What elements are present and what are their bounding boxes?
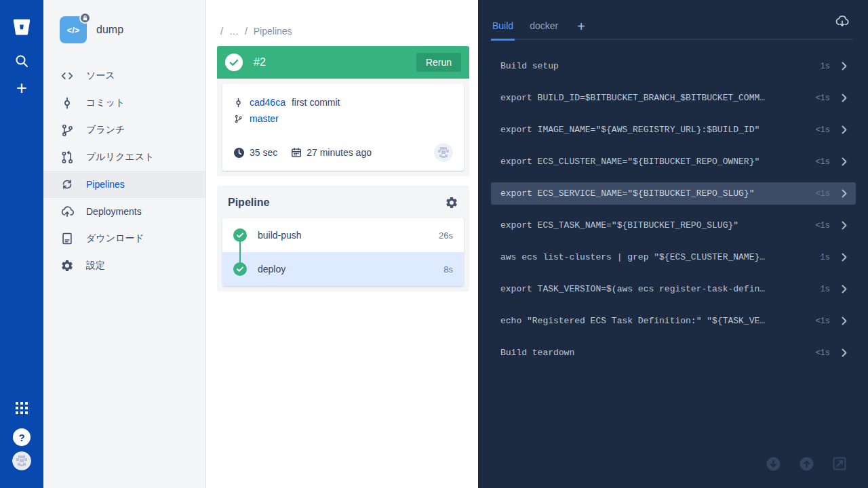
log-row[interactable]: export BUILD_ID=$BITBUCKET_BRANCH_$BITBU… (491, 87, 856, 109)
sidebar-item-label: Deployments (86, 206, 142, 217)
build-meta-footer: 35 sec 27 minutes ago (233, 143, 453, 162)
chevron-right-icon (842, 221, 847, 230)
log-command: export ECS_SERVICE_NAME="${BITBUCKET_REP… (500, 188, 754, 199)
branch-icon (233, 114, 243, 124)
build-time-ago: 27 minutes ago (307, 147, 372, 158)
repo-avatar-glyph: </> (67, 25, 80, 35)
user-avatar[interactable] (12, 451, 31, 470)
commit-line: cad46ca first commit (233, 94, 453, 110)
breadcrumb-current[interactable]: Pipelines (254, 26, 292, 37)
chevron-right-icon (842, 285, 847, 293)
clock-icon (233, 147, 245, 159)
sidebar-item-pipelines[interactable]: Pipelines (43, 171, 205, 198)
bitbucket-pipelines-app: + ? (0, 0, 868, 488)
chevron-right-icon (842, 125, 847, 134)
log-row[interactable]: Build teardown <1s (491, 342, 856, 364)
log-row[interactable]: echo "Registered ECS Task Definition:" "… (491, 310, 856, 332)
log-row[interactable]: Build setup 1s (491, 55, 856, 77)
gear-icon (60, 258, 75, 273)
code-icon (60, 68, 75, 83)
log-command: export TASK_VERSION=$(aws ecs register-t… (500, 284, 765, 294)
breadcrumb-ellipsis[interactable]: … (229, 26, 239, 37)
sidebar-item-label: ダウンロード (86, 232, 144, 245)
breadcrumb: / … / Pipelines (220, 26, 292, 37)
sidebar-item-commits[interactable]: コミット (43, 89, 205, 117)
rerun-button[interactable]: Rerun (416, 53, 461, 72)
log-row-highlighted[interactable]: export ECS_SERVICE_NAME="${BITBUCKET_REP… (491, 182, 856, 205)
log-duration: <1s (808, 348, 830, 358)
repo-name: dump (96, 24, 123, 36)
repo-avatar[interactable]: </> (60, 16, 87, 43)
breadcrumb-separator: / (220, 26, 223, 37)
deployments-icon (60, 204, 75, 219)
breadcrumb-separator: / (245, 26, 248, 37)
pipeline-steps-list: build-push 26s deploy 8s (222, 218, 464, 286)
log-duration: <1s (808, 157, 830, 167)
create-icon[interactable]: + (0, 75, 43, 102)
pipeline-steps-card: Pipeline build-push (217, 186, 469, 291)
app-switcher-icon[interactable] (0, 394, 43, 422)
commit-hash-link[interactable]: cad46ca (250, 97, 285, 108)
log-row[interactable]: export TASK_VERSION=$(aws ecs register-t… (491, 278, 856, 300)
step-duration: 26s (439, 230, 453, 241)
scroll-to-top-icon[interactable] (800, 457, 814, 471)
log-duration: <1s (808, 221, 830, 230)
sidebar-item-label: コミット (86, 97, 125, 109)
build-summary-body: cad46ca first commit master (217, 79, 469, 176)
download-log-cloud-icon[interactable] (834, 14, 850, 30)
document-icon (60, 231, 75, 246)
step-connector-line (239, 241, 241, 263)
log-row[interactable]: export IMAGE_NAME="${AWS_REGISTRY_URL}:$… (491, 119, 856, 141)
sidebar-item-deployments[interactable]: Deployments (43, 198, 205, 225)
sidebar-item-label: ブランチ (86, 124, 125, 136)
help-icon[interactable]: ? (13, 428, 31, 446)
log-tabbar: Build docker + (491, 20, 852, 40)
pipeline-settings-gear-icon[interactable] (445, 196, 458, 209)
sidebar-item-label: プルリクエスト (86, 151, 154, 163)
step-success-icon (233, 228, 247, 242)
sidebar-item-downloads[interactable]: ダウンロード (43, 225, 205, 252)
add-tab-icon[interactable]: + (577, 20, 585, 39)
build-number: #2 (254, 56, 266, 68)
sidebar-item-pull-requests[interactable]: プルリクエスト (43, 144, 205, 171)
sidebar-item-source[interactable]: ソース (43, 62, 205, 89)
step-duration: 8s (443, 264, 453, 274)
log-duration: <1s (808, 317, 830, 326)
chevron-right-icon (842, 94, 847, 102)
branch-icon (60, 123, 75, 138)
sidebar-item-branches[interactable]: ブランチ (43, 117, 205, 144)
log-duration: <1s (808, 94, 830, 103)
sidebar-item-label: Pipelines (86, 179, 125, 190)
build-duration: 35 sec (250, 147, 277, 158)
step-row-build-push[interactable]: build-push 26s (222, 218, 464, 252)
log-row[interactable]: aws ecs list-clusters | grep "${ECS_CLUS… (491, 246, 856, 268)
scroll-to-bottom-icon[interactable] (766, 457, 781, 471)
repo-nav: ソース コミット ブランチ (43, 62, 205, 279)
search-icon[interactable] (0, 47, 43, 75)
pipeline-steps-title: Pipeline (228, 197, 269, 209)
branch-link[interactable]: master (250, 113, 279, 124)
build-summary-box: cad46ca first commit master (222, 84, 464, 171)
chevron-right-icon (842, 348, 847, 357)
bitbucket-logo[interactable] (11, 16, 33, 38)
tab-build[interactable]: Build (491, 20, 515, 41)
log-command: Build teardown (500, 348, 574, 358)
pipeline-column: / … / Pipelines #2 Rerun (206, 0, 478, 488)
log-command: export BUILD_ID=$BITBUCKET_BRANCH_$BITBU… (500, 93, 765, 103)
pipeline-steps-header: Pipeline (222, 186, 464, 218)
chevron-right-icon (842, 317, 847, 325)
global-nav: + ? (0, 0, 43, 488)
log-command: aws ecs list-clusters | grep "${ECS_CLUS… (500, 252, 765, 262)
build-author-avatar[interactable] (434, 143, 453, 162)
sidebar-item-settings[interactable]: 設定 (43, 252, 205, 279)
expand-log-icon[interactable] (833, 457, 846, 471)
log-command: export ECS_CLUSTER_NAME="${BITBUCKET_REP… (500, 157, 760, 167)
log-row[interactable]: export ECS_CLUSTER_NAME="${BITBUCKET_REP… (491, 150, 856, 173)
tab-docker[interactable]: docker (528, 20, 559, 39)
log-duration: 1s (814, 253, 830, 262)
repo-header: </> dump (43, 0, 205, 43)
log-row[interactable]: export ECS_TASK_NAME="${BITBUCKET_REPO_S… (491, 214, 856, 237)
step-row-deploy[interactable]: deploy 8s (222, 252, 464, 286)
chevron-right-icon (842, 157, 847, 166)
pull-request-icon (60, 150, 75, 165)
